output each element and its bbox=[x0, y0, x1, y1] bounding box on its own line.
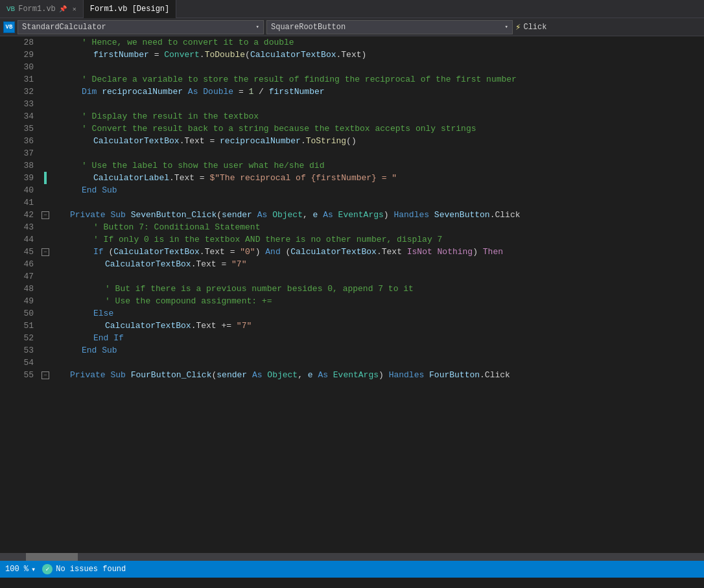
gutter-item bbox=[39, 233, 52, 246]
code-line[interactable]: ' Declare a variable to store the result… bbox=[58, 73, 704, 86]
gutter-item bbox=[39, 135, 52, 147]
line-number: 48 bbox=[0, 283, 39, 295]
code-line[interactable]: End Sub bbox=[58, 184, 704, 196]
code-line[interactable]: Private Sub SevenButton_Click(sender As … bbox=[58, 209, 704, 221]
line-number: 51 bbox=[0, 320, 39, 332]
gutter-item bbox=[39, 196, 52, 209]
line-number: 34 bbox=[0, 110, 39, 123]
code-line[interactable]: ' Hence, we need to convert it to a doub… bbox=[58, 36, 704, 49]
line-number: 49 bbox=[0, 295, 39, 307]
code-line[interactable] bbox=[58, 196, 704, 209]
line-number: 46 bbox=[0, 258, 39, 270]
tab-form1vb-close[interactable]: ✕ bbox=[73, 5, 76, 13]
line-number: 50 bbox=[0, 307, 39, 320]
code-line[interactable]: ' Convert the result back to a string be… bbox=[58, 123, 704, 135]
gutter-item bbox=[39, 159, 52, 172]
vb-file-icon: VB bbox=[6, 5, 15, 13]
code-line[interactable]: ' Use the label to show the user what he… bbox=[58, 159, 704, 172]
issues-status: ✓ No issues found bbox=[42, 564, 126, 574]
code-line[interactable]: Private Sub FourButton_Click(sender As O… bbox=[58, 369, 704, 381]
gutter-item bbox=[39, 147, 52, 159]
gutter-item bbox=[39, 258, 52, 270]
code-line[interactable]: ' But if there is a previous number besi… bbox=[58, 283, 704, 295]
change-indicator bbox=[44, 172, 47, 184]
gutter-item: − bbox=[39, 209, 52, 221]
code-line[interactable]: End Sub bbox=[58, 344, 704, 357]
issues-text: No issues found bbox=[56, 565, 126, 574]
code-line[interactable] bbox=[58, 98, 704, 110]
event-dropdown[interactable]: SquareRootButton ▾ bbox=[266, 20, 513, 34]
gutter-item bbox=[39, 86, 52, 98]
gutter-item bbox=[39, 98, 52, 110]
line-number: 28 bbox=[0, 36, 39, 49]
code-line[interactable]: End If bbox=[58, 332, 704, 344]
collapse-button[interactable]: − bbox=[41, 248, 49, 256]
code-area: 2829303132333435363738394041424344454647… bbox=[0, 36, 704, 553]
line-number: 38 bbox=[0, 159, 39, 172]
project-icon: VB bbox=[3, 21, 15, 33]
code-line[interactable]: CalculatorLabel.Text = $"The reciprocal … bbox=[58, 172, 704, 184]
code-content: ' Hence, we need to convert it to a doub… bbox=[52, 36, 704, 553]
code-line[interactable]: Else bbox=[58, 307, 704, 320]
code-line[interactable]: ' Button 7: Conditional Statement bbox=[58, 221, 704, 233]
line-number: 52 bbox=[0, 332, 39, 344]
gutter-item bbox=[39, 172, 52, 184]
code-line[interactable] bbox=[58, 270, 704, 283]
check-icon: ✓ bbox=[42, 564, 53, 574]
gutter-item bbox=[39, 221, 52, 233]
event-dropdown-label: SquareRootButton bbox=[271, 23, 346, 32]
line-number: 45 bbox=[0, 246, 39, 258]
gutter-item bbox=[39, 110, 52, 123]
line-number: 55 bbox=[0, 369, 39, 381]
gutter-item bbox=[39, 123, 52, 135]
zoom-control[interactable]: 100 % ▾ bbox=[5, 565, 36, 574]
gutter-item bbox=[39, 184, 52, 196]
object-dropdown[interactable]: StandardCalculator ▾ bbox=[18, 20, 264, 34]
status-bar: 100 % ▾ ✓ No issues found bbox=[0, 561, 704, 578]
gutter-item: − bbox=[39, 369, 52, 381]
code-line[interactable] bbox=[58, 357, 704, 369]
event-dropdown-arrow: ▾ bbox=[505, 23, 508, 30]
code-line[interactable]: CalculatorTextBox.Text += "7" bbox=[58, 320, 704, 332]
line-number: 44 bbox=[0, 233, 39, 246]
zoom-label: 100 % bbox=[5, 565, 29, 574]
gutter-item bbox=[39, 344, 52, 357]
horizontal-scrollbar[interactable] bbox=[0, 553, 704, 561]
gutter-item: − bbox=[39, 246, 52, 258]
tab-form1design-label: Form1.vb [Design] bbox=[90, 5, 169, 14]
line-number: 39 bbox=[0, 172, 39, 184]
tab-form1vb[interactable]: VB Form1.vb 📌 ✕ bbox=[0, 0, 84, 18]
code-line[interactable]: CalculatorTextBox.Text = "7" bbox=[58, 258, 704, 270]
gutter-item bbox=[39, 357, 52, 369]
line-number: 54 bbox=[0, 357, 39, 369]
code-line[interactable]: ' Use the compound assignment: += bbox=[58, 295, 704, 307]
code-line[interactable]: firstNumber = Convert.ToDouble(Calculato… bbox=[58, 49, 704, 61]
lightning-icon: ⚡ bbox=[515, 21, 521, 32]
line-number: 43 bbox=[0, 221, 39, 233]
collapse-button[interactable]: − bbox=[41, 371, 49, 379]
gutter-item bbox=[39, 332, 52, 344]
event-label: Click bbox=[523, 23, 546, 32]
code-line[interactable]: CalculatorTextBox.Text = reciprocalNumbe… bbox=[58, 135, 704, 147]
line-numbers: 2829303132333435363738394041424344454647… bbox=[0, 36, 39, 553]
code-line[interactable]: ' Display the result in the textbox bbox=[58, 110, 704, 123]
line-number: 32 bbox=[0, 86, 39, 98]
code-line[interactable] bbox=[58, 61, 704, 73]
line-number: 35 bbox=[0, 123, 39, 135]
code-line[interactable] bbox=[58, 147, 704, 159]
pin-icon[interactable]: 📌 bbox=[59, 5, 67, 13]
gutter-item bbox=[39, 73, 52, 86]
gutter-item bbox=[39, 36, 52, 49]
gutter-item bbox=[39, 307, 52, 320]
code-line[interactable]: If (CalculatorTextBox.Text = "0") And (C… bbox=[58, 246, 704, 258]
code-line[interactable]: ' If only 0 is in the textbox AND there … bbox=[58, 233, 704, 246]
title-bar: VB Form1.vb 📌 ✕ Form1.vb [Design] bbox=[0, 0, 704, 18]
line-number: 47 bbox=[0, 270, 39, 283]
scroll-thumb[interactable] bbox=[26, 553, 78, 561]
collapse-button[interactable]: − bbox=[41, 211, 49, 219]
tab-form1design[interactable]: Form1.vb [Design] bbox=[84, 0, 176, 18]
code-line[interactable]: Dim reciprocalNumber As Double = 1 / fir… bbox=[58, 86, 704, 98]
object-dropdown-arrow: ▾ bbox=[256, 23, 259, 30]
object-dropdown-label: StandardCalculator bbox=[22, 23, 106, 32]
line-number: 53 bbox=[0, 344, 39, 357]
